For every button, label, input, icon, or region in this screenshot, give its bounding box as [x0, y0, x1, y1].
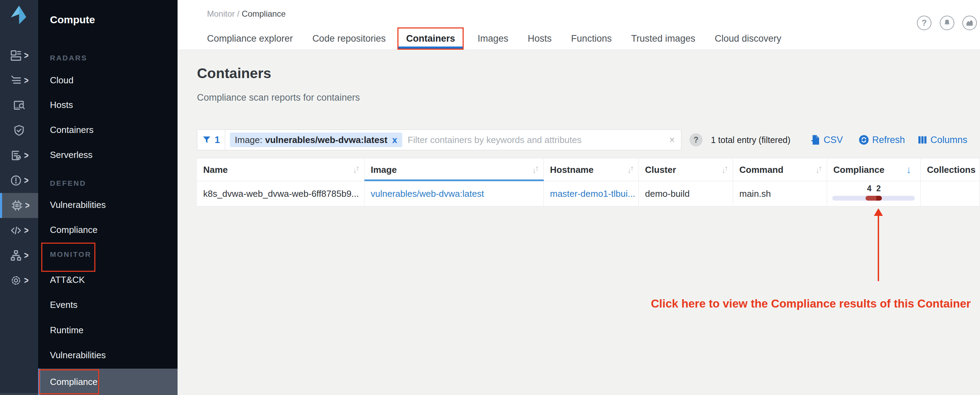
column-header-hostname[interactable]: Hostname ↓↑ — [544, 158, 639, 181]
tab-containers-active[interactable]: Containers — [406, 33, 455, 44]
compliance-high-count: 4 — [867, 184, 872, 193]
sidebar-item-attack[interactable]: ATT&CK — [50, 275, 85, 285]
sidebar-item-runtime[interactable]: Runtime — [50, 325, 84, 336]
tab-images[interactable]: Images — [477, 33, 508, 44]
top-bar: Monitor / Compliance Compliance explorer… — [178, 0, 980, 50]
tab-bar: Compliance explorer Code repositories Co… — [207, 27, 801, 50]
list-icon — [10, 74, 22, 87]
column-header-compliance[interactable]: Compliance ↓ — [827, 158, 921, 181]
filter-chip[interactable]: Image:vulnerables/web-dvwa:latest x — [230, 133, 402, 147]
filter-count-button[interactable]: 1 — [197, 130, 225, 150]
filter-input[interactable] — [408, 135, 663, 146]
annotation-arrow-icon — [874, 208, 883, 216]
column-header-collections[interactable]: Collections — [921, 158, 980, 181]
icon-rail: > > > > > > > — [0, 0, 38, 395]
columns-button[interactable]: Columns — [918, 133, 967, 147]
question-icon: ? — [694, 135, 698, 145]
csv-file-icon — [811, 135, 821, 145]
help-button[interactable]: ? — [917, 16, 931, 30]
app-title: Compute — [50, 14, 95, 26]
active-tab-underline — [398, 46, 463, 49]
filter-help-button[interactable]: ? — [689, 133, 703, 147]
cell-cluster: demo-build — [639, 181, 733, 206]
sort-icon[interactable]: ↓↑ — [353, 158, 359, 181]
breadcrumb: Monitor / Compliance — [207, 9, 286, 19]
rail-clipboard-check-button[interactable]: > — [0, 143, 38, 168]
sidebar-item-cloud[interactable]: Cloud — [50, 75, 73, 86]
content-area: Containers Compliance scan reports for c… — [178, 50, 980, 395]
dashboard-icon — [10, 49, 22, 62]
filter-clear-icon[interactable]: × — [669, 134, 675, 146]
cell-compliance: 4 2 — [827, 181, 921, 206]
sidebar-item-monitor-compliance-selected[interactable]: Compliance — [38, 369, 178, 395]
tab-compliance-explorer[interactable]: Compliance explorer — [207, 33, 293, 44]
sidebar-section-radars: RADARS — [50, 54, 88, 62]
chevron-right-icon: > — [24, 175, 29, 186]
sort-icon[interactable]: ↓↑ — [722, 158, 727, 181]
column-header-cluster[interactable]: Cluster ↓↑ — [639, 158, 733, 181]
tab-trusted-images[interactable]: Trusted images — [631, 33, 695, 44]
sidebar-item-hosts[interactable]: Hosts — [50, 100, 73, 110]
refresh-label: Refresh — [872, 135, 905, 146]
sidebar-item-containers[interactable]: Containers — [50, 125, 94, 135]
funnel-icon — [202, 135, 211, 144]
tab-functions[interactable]: Functions — [571, 33, 612, 44]
sort-icon[interactable]: ↓↑ — [532, 158, 538, 181]
bell-icon — [943, 19, 951, 27]
rail-shield-check-button[interactable] — [0, 118, 38, 143]
image-column-active-underline — [364, 179, 544, 181]
chevron-right-icon: > — [24, 50, 29, 61]
sidebar-item-monitor-vulnerabilities[interactable]: Vulnerabilities — [50, 350, 106, 361]
chip-close-icon[interactable]: x — [392, 135, 397, 146]
cell-command: main.sh — [733, 181, 827, 206]
tab-code-repositories[interactable]: Code repositories — [312, 33, 386, 44]
columns-label: Columns — [931, 135, 967, 146]
sort-icon[interactable]: ↓↑ — [627, 158, 633, 181]
refresh-button[interactable]: Refresh — [859, 133, 905, 147]
rail-settings-button[interactable]: > — [0, 268, 38, 293]
csv-export-button[interactable]: CSV — [811, 133, 843, 147]
columns-icon — [918, 135, 927, 145]
rail-network-button[interactable]: > — [0, 243, 38, 268]
sidebar-item-defend-compliance[interactable]: Compliance — [50, 225, 97, 235]
sidebar-item-events[interactable]: Events — [50, 299, 78, 310]
rail-defend-button[interactable]: > — [0, 193, 38, 218]
cell-collections — [921, 181, 980, 206]
app-window: > > > > > > > — [0, 0, 980, 395]
annotation-box-containers-tab: Containers — [398, 27, 464, 50]
compliance-critical-count: 2 — [876, 184, 881, 193]
compliance-critical-segment[interactable] — [876, 196, 882, 201]
column-header-image[interactable]: Image ↓↑ — [364, 158, 544, 181]
clipboard-check-icon — [10, 149, 22, 162]
rail-list-button[interactable]: > — [0, 68, 38, 93]
rail-alerts-button[interactable]: > — [0, 168, 38, 193]
cell-name: k8s_dvwa-web_dvwa-web-6ff8785b9... — [197, 181, 364, 206]
rail-document-search-button[interactable] — [0, 93, 38, 118]
cpu-icon — [11, 199, 23, 212]
chevron-right-icon: > — [24, 275, 29, 286]
column-header-command[interactable]: Command ↓↑ — [733, 158, 827, 181]
compliance-bar-segments[interactable] — [865, 196, 882, 201]
image-link[interactable]: vulnerables/web-dvwa:latest — [371, 189, 484, 199]
rail-dashboard-button[interactable]: > — [0, 43, 38, 68]
page-subtitle: Compliance scan reports for containers — [197, 92, 360, 103]
sidebar-item-serverless[interactable]: Serverless — [50, 150, 92, 160]
tab-cloud-discovery[interactable]: Cloud discovery — [715, 33, 781, 44]
notifications-button[interactable] — [940, 16, 955, 30]
rail-code-button[interactable]: > — [0, 218, 38, 243]
filter-bar: 1 Image:vulnerables/web-dvwa:latest x × — [197, 130, 681, 150]
sidebar-item-defend-vulnerabilities[interactable]: Vulnerabilities — [50, 200, 106, 210]
tab-hosts[interactable]: Hosts — [528, 33, 552, 44]
compliance-high-segment[interactable] — [865, 196, 876, 201]
filter-count: 1 — [215, 135, 220, 146]
breadcrumb-section[interactable]: Monitor — [207, 9, 235, 18]
column-header-name[interactable]: Name ↓↑ — [197, 158, 364, 181]
containers-table: Name ↓↑ Image ↓↑ Hostname ↓↑ Cluster ↓↑ … — [197, 158, 980, 206]
sort-descending-icon[interactable]: ↓ — [906, 158, 912, 181]
compliance-bar[interactable] — [832, 196, 915, 201]
chevron-right-icon: > — [25, 200, 30, 211]
stats-button[interactable] — [963, 16, 977, 30]
filter-chip-key: Image: — [235, 135, 262, 146]
sort-icon[interactable]: ↓↑ — [816, 158, 821, 181]
hostname-link[interactable]: master-demo1-tlbui... — [550, 189, 635, 199]
